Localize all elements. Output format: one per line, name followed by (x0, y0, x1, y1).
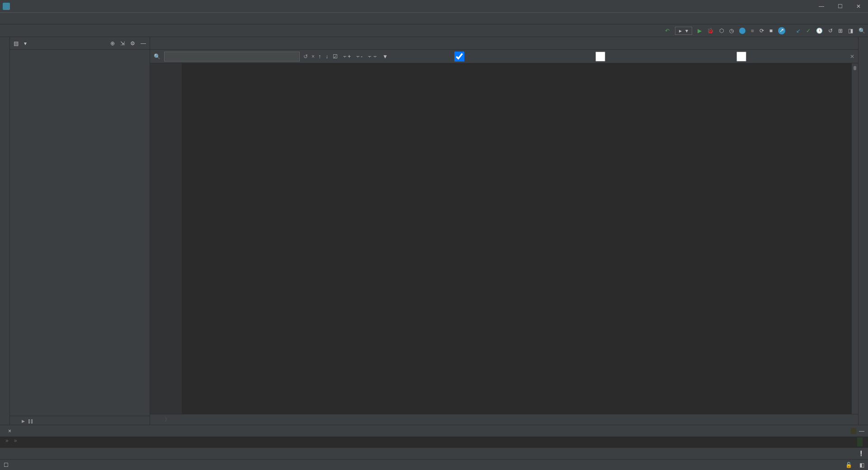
stop-icon[interactable]: ■ (751, 28, 754, 34)
padlock-icon[interactable]: 🔓 (845, 462, 852, 468)
git-commit-icon[interactable]: ✓ (806, 28, 811, 34)
app-icon (3, 3, 10, 10)
run-output[interactable]: »» (0, 437, 868, 447)
external-libraries[interactable]: ▶⫿⫿ (10, 416, 150, 425)
next-match-icon[interactable]: ↓ (326, 53, 328, 60)
settings-gear-icon[interactable]: ⚙ (130, 40, 135, 47)
locate-icon[interactable]: ⊕ (110, 40, 115, 47)
status-bar: ☐ 🔓 ◧ (0, 459, 868, 470)
editor-tabs (150, 37, 858, 50)
git-icon-1[interactable]: ⊞ (838, 28, 843, 34)
bottom-tool-tabs: ❕ (0, 447, 868, 459)
back-icon[interactable]: ↶ (665, 28, 670, 34)
search-icon: 🔍 (154, 53, 160, 60)
coverage-icon[interactable]: ⬡ (719, 28, 724, 34)
regex-checkbox[interactable] (674, 52, 811, 62)
search-everywhere-icon[interactable]: 🔍 (859, 28, 865, 34)
close-button[interactable]: ✕ (856, 3, 861, 9)
remove-selection-icon[interactable]: ⫟- (355, 53, 363, 60)
navigation-bar: ↶ ▸ ▾ ▶ 🐞 ⬡ ◷ ■ ⟳ ■ ↗ ↙ ✓ 🕓 ↺ ⊞ ◨ 🔍 (0, 24, 868, 37)
menu-bar (0, 13, 868, 24)
scrollbar-marks[interactable] (852, 63, 858, 414)
close-find-icon[interactable]: ✕ (850, 53, 854, 60)
editor-area: 🔍 ↺ × ↑ ↓ ☑ ⫟+ ⫟- ⫟⫟ ▼ ✕ (150, 37, 858, 425)
mem-icon[interactable]: ◧ (859, 462, 864, 468)
maximize-button[interactable]: ☐ (838, 3, 843, 9)
history-icon[interactable]: ↺ (303, 53, 308, 60)
network-down (857, 437, 863, 446)
find-bar: 🔍 ↺ × ↑ ↓ ☑ ⫟+ ⫟- ⫟⫟ ▼ ✕ (150, 50, 858, 63)
right-tool-strip (858, 37, 868, 425)
title-bar: — ☐ ✕ (0, 0, 868, 13)
prev-match-icon[interactable]: ↑ (318, 53, 321, 60)
clear-icon[interactable]: × (311, 53, 315, 60)
editor-breadcrumbs[interactable]: 〉 (150, 414, 858, 425)
collapse-icon[interactable]: ⇲ (120, 40, 125, 47)
run-panel-header: × — (0, 425, 868, 437)
match-case-checkbox[interactable] (392, 52, 529, 62)
project-view-icon: ▤ (14, 40, 19, 47)
hide-run-icon[interactable]: — (859, 428, 864, 434)
words-checkbox[interactable] (533, 52, 670, 62)
project-panel: ▤ ▾ ⊕ ⇲ ⚙ — ▶⫿⫿ (10, 37, 150, 425)
git-pull-icon[interactable]: ↙ (796, 28, 801, 34)
attach-icon[interactable] (739, 28, 745, 34)
search-input[interactable] (164, 52, 300, 62)
git-history-icon[interactable]: 🕓 (816, 28, 823, 34)
add-selection-icon[interactable]: ⫟+ (342, 53, 351, 60)
status-icon[interactable]: ☐ (4, 462, 9, 468)
gutter (150, 63, 182, 414)
vcs-update-icon[interactable]: ⟳ (760, 28, 764, 34)
profile-icon[interactable]: ◷ (729, 28, 734, 34)
project-tree[interactable] (10, 50, 150, 416)
git-revert-icon[interactable]: ↺ (828, 28, 833, 34)
filter-icon[interactable]: ▼ (382, 53, 388, 60)
vcs-commit-icon[interactable]: ■ (769, 28, 773, 34)
select-occurrences-icon[interactable]: ⫟⫟ (367, 53, 378, 60)
code-editor[interactable] (150, 63, 858, 414)
debug-button[interactable]: 🐞 (707, 28, 714, 34)
run-button[interactable]: ▶ (698, 28, 702, 34)
network-up (851, 428, 856, 434)
event-log[interactable]: ❕ (858, 451, 864, 456)
libs-icon: ⫿⫿ (28, 418, 33, 424)
select-all-icon[interactable]: ☑ (333, 53, 338, 60)
run-config-tab[interactable]: × (8, 428, 11, 434)
minimize-button[interactable]: — (819, 3, 824, 9)
project-structure-icon[interactable]: ↗ (778, 27, 785, 34)
run-config-selector[interactable]: ▸ ▾ (675, 27, 692, 35)
inspections-off-badge[interactable] (854, 66, 856, 70)
hide-panel-icon[interactable]: — (141, 40, 146, 47)
git-icon-2[interactable]: ◨ (848, 28, 853, 34)
left-tool-strip (0, 37, 10, 425)
